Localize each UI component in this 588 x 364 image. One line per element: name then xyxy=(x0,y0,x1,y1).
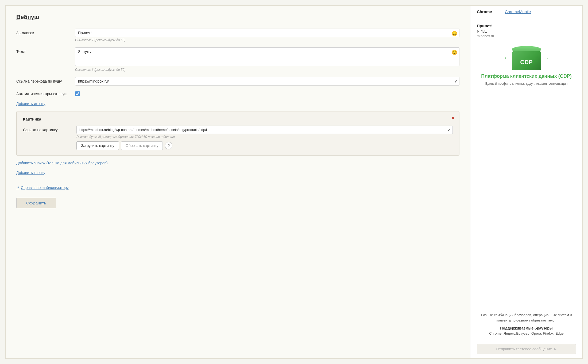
url-row: Ссылка перехода по пушу ⤢ xyxy=(16,77,459,86)
picture-row: Ссылка на картинку ⤢ Рекомендуемый разме… xyxy=(23,126,453,150)
title-control: 😊 Символов: 7 (рекомендуем до 50) xyxy=(75,29,459,42)
cdp-arrow-left-icon: ← xyxy=(504,55,510,61)
cdp-platform-title: Платформа клиентских данных (CDP) xyxy=(481,73,571,79)
picture-card: Картинка ✕ Ссылка на картинку ⤢ Рекоменд… xyxy=(16,111,459,156)
text-label: Текст xyxy=(16,47,75,54)
left-panel: Вебпуш Заголовок 😊 Символов: 7 (рекоменд… xyxy=(5,5,470,359)
image-help-button[interactable]: ? xyxy=(165,142,172,149)
preview-domain: mindbox.ru xyxy=(477,34,576,38)
text-input-wrap: Я пуш. 😊 xyxy=(75,47,459,67)
title-input[interactable] xyxy=(75,29,459,37)
picture-size-hint: Рекомендуемый размер изображения: 720x36… xyxy=(76,135,453,139)
preview-tabs: Chrome ChromeMobile xyxy=(470,6,582,18)
picture-card-title: Картинка xyxy=(23,117,453,121)
picture-expand-icon[interactable]: ⤢ xyxy=(448,128,451,132)
text-input[interactable]: Я пуш. xyxy=(75,47,459,66)
text-char-hint: Символов: 6 (рекомендуем до 50) xyxy=(75,68,459,72)
title-emoji-button[interactable]: 😊 xyxy=(451,31,457,37)
add-button-link[interactable]: Добавить кнопку xyxy=(16,171,45,175)
upload-image-button[interactable]: Загрузить картинку xyxy=(76,141,119,150)
cylinder-body: CDP xyxy=(512,51,541,70)
picture-card-close-button[interactable]: ✕ xyxy=(451,115,455,121)
browsers-desc: Разные комбинации браузеров, операционны… xyxy=(477,312,576,323)
auto-hide-row: Автоматически скрывать пуш xyxy=(16,91,459,97)
picture-url-label: Ссылка на картинку xyxy=(23,126,76,132)
tab-chrome-mobile[interactable]: ChromeMobile xyxy=(498,6,537,18)
url-label: Ссылка перехода по пушу xyxy=(16,77,75,83)
browsers-info: Разные комбинации браузеров, операционны… xyxy=(470,308,582,340)
text-emoji-button[interactable]: 😊 xyxy=(451,49,457,55)
preview-title: Привет! xyxy=(477,24,576,28)
preview-content: Привет! Я пуш. mindbox.ru ← CDP → Платфо… xyxy=(470,18,582,308)
url-input-wrap: ⤢ xyxy=(75,77,459,86)
send-test-label: Отправить тестовое сообщение xyxy=(496,347,552,351)
auto-hide-control xyxy=(75,91,80,96)
picture-url-control: ⤢ Рекомендуемый размер изображения: 720x… xyxy=(76,126,453,150)
add-badge-link[interactable]: Добавить значок (только для мобильных бр… xyxy=(16,161,108,165)
save-button[interactable]: Сохранить xyxy=(16,198,56,208)
save-button-wrap: Сохранить xyxy=(16,198,459,208)
title-label: Заголовок xyxy=(16,29,75,35)
browsers-supported-label: Поддерживаемые браузеры xyxy=(477,326,576,330)
cdp-label: CDP xyxy=(512,59,541,66)
picture-buttons: Загрузить картинку Обрезать картинку ? xyxy=(76,141,453,150)
cdp-arrow-right-icon: → xyxy=(543,55,549,61)
crop-image-button[interactable]: Обрезать картинку xyxy=(121,141,163,150)
text-control: Я пуш. 😊 Символов: 6 (рекомендуем до 50) xyxy=(75,47,459,72)
title-input-wrap: 😊 xyxy=(75,29,459,37)
external-link-icon: ↗ xyxy=(16,185,19,189)
url-expand-icon[interactable]: ⤢ xyxy=(454,79,457,83)
send-test-arrow-icon: ▶ xyxy=(554,347,556,351)
url-control: ⤢ xyxy=(75,77,459,86)
auto-hide-label: Автоматически скрывать пуш xyxy=(16,91,75,97)
cdp-cylinder-wrap: ← CDP → xyxy=(504,46,549,70)
title-char-hint: Символов: 7 (рекомендуем до 50) xyxy=(75,38,459,42)
picture-url-input[interactable] xyxy=(76,126,453,134)
right-panel: Chrome ChromeMobile Привет! Я пуш. mindb… xyxy=(470,5,583,359)
help-link[interactable]: ↗ Справка по шаблонизатору xyxy=(16,185,69,190)
browsers-list: Chrome, Яндекс.Браузер, Opera, Firefox, … xyxy=(477,331,576,335)
text-row: Текст Я пуш. 😊 Символов: 6 (рекомендуем … xyxy=(16,47,459,72)
cdp-cylinder: CDP xyxy=(512,46,541,70)
picture-url-wrap: ⤢ xyxy=(76,126,453,134)
bottom-links: Добавить значок (только для мобильных бр… xyxy=(16,161,459,180)
cdp-platform-subtitle: Единый профиль клиента, дедупликация, се… xyxy=(485,82,567,86)
auto-hide-checkbox[interactable] xyxy=(75,91,80,96)
url-input[interactable] xyxy=(75,77,459,86)
send-test-button[interactable]: Отправить тестовое сообщение ▶ xyxy=(477,344,576,354)
page-title: Вебпуш xyxy=(16,14,459,21)
add-icon-link[interactable]: Добавить иконку xyxy=(16,102,45,106)
help-link-label: Справка по шаблонизатору xyxy=(21,185,69,190)
preview-body: Я пуш. xyxy=(477,29,576,33)
title-row: Заголовок 😊 Символов: 7 (рекомендуем до … xyxy=(16,29,459,42)
cdp-illustration: ← CDP → Платформа клиентских данных (CDP… xyxy=(477,43,576,91)
tab-chrome[interactable]: Chrome xyxy=(470,6,498,18)
